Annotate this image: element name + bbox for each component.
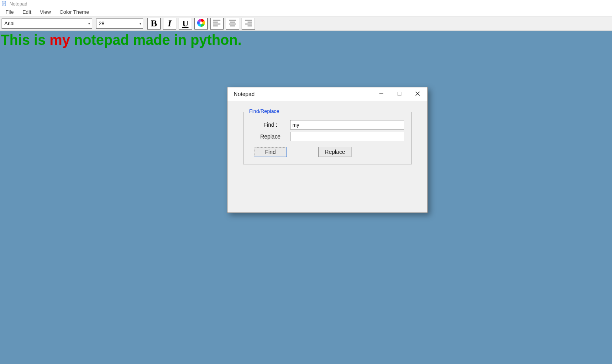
align-right-button[interactable] xyxy=(242,18,255,30)
dialog-title: Notepad xyxy=(234,91,369,97)
minimize-icon xyxy=(379,91,384,97)
align-right-icon xyxy=(244,18,253,29)
close-button[interactable] xyxy=(409,88,427,100)
find-label: Find : xyxy=(251,122,290,128)
editor-text-after: notepad made in python. xyxy=(70,32,242,48)
find-input[interactable] xyxy=(290,120,404,129)
align-left-icon xyxy=(212,18,222,29)
group-legend: Find/Replace xyxy=(248,108,281,114)
menu-color-theme[interactable]: Color Theme xyxy=(55,8,93,16)
dialog-body: Find/Replace Find : Replace Find Replace xyxy=(227,101,427,164)
main-title: Notepad xyxy=(9,1,27,7)
close-icon xyxy=(415,91,420,97)
align-center-button[interactable] xyxy=(226,18,239,30)
font-size-value: 28 xyxy=(99,20,104,26)
bold-button[interactable]: B xyxy=(147,18,161,30)
replace-input[interactable] xyxy=(290,132,404,141)
underline-button[interactable]: U xyxy=(179,18,192,30)
align-center-icon xyxy=(228,18,237,29)
main-titlebar: Notepad xyxy=(0,0,612,8)
italic-button[interactable]: I xyxy=(163,18,176,30)
menubar: File Edit View Color Theme xyxy=(0,8,612,17)
minimize-button[interactable] xyxy=(372,88,390,100)
find-replace-dialog: Notepad Find/Replace Find : xyxy=(227,87,428,213)
format-buttons: B I U xyxy=(147,18,255,30)
font-color-button[interactable] xyxy=(194,18,208,30)
svg-rect-0 xyxy=(2,1,6,6)
font-family-select[interactable]: Arial ▾ xyxy=(2,18,92,29)
find-replace-group: Find/Replace Find : Replace Find Replace xyxy=(243,112,412,164)
toolbar: Arial ▾ 28 ▾ B I U xyxy=(0,17,612,31)
replace-button[interactable]: Replace xyxy=(318,147,351,157)
align-left-button[interactable] xyxy=(210,18,224,30)
editor-highlighted-text: my xyxy=(50,32,70,48)
svg-point-1 xyxy=(200,22,203,24)
chevron-down-icon: ▾ xyxy=(88,21,90,26)
app-icon xyxy=(2,1,7,7)
replace-label: Replace xyxy=(251,133,290,140)
font-family-value: Arial xyxy=(4,20,15,26)
find-button[interactable]: Find xyxy=(254,147,287,157)
dialog-window-controls xyxy=(372,88,427,100)
svg-rect-15 xyxy=(398,92,401,96)
menu-view[interactable]: View xyxy=(36,8,55,16)
editor-text-before: This is xyxy=(1,32,50,48)
maximize-button[interactable] xyxy=(390,88,409,100)
color-wheel-icon xyxy=(196,18,206,29)
dialog-titlebar[interactable]: Notepad xyxy=(227,87,427,101)
chevron-down-icon: ▾ xyxy=(139,21,141,26)
maximize-icon xyxy=(397,91,402,97)
font-size-select[interactable]: 28 ▾ xyxy=(96,18,143,29)
menu-edit[interactable]: Edit xyxy=(18,8,35,16)
menu-file[interactable]: File xyxy=(2,8,18,16)
